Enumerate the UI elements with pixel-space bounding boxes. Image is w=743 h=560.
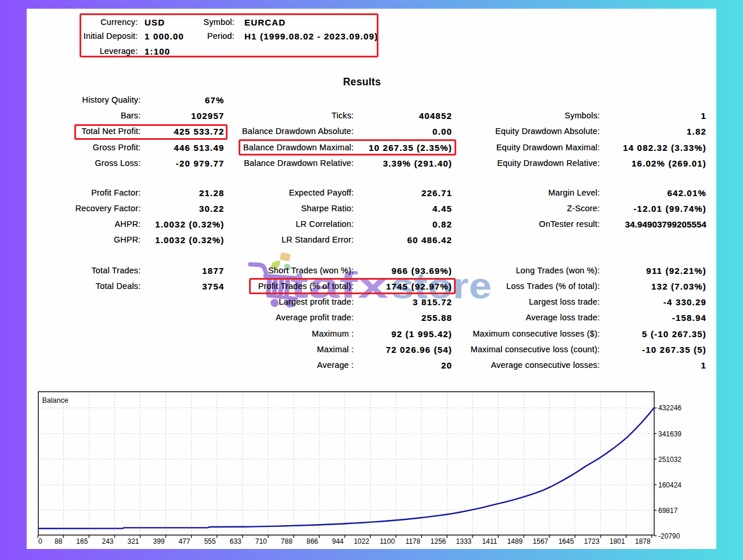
svg-text:69817: 69817	[658, 507, 678, 515]
svg-text:165: 165	[76, 537, 88, 545]
svg-text:1801: 1801	[609, 537, 625, 545]
svg-text:1022: 1022	[354, 537, 369, 545]
svg-text:1645: 1645	[558, 537, 574, 545]
svg-text:160424: 160424	[658, 481, 681, 489]
svg-text:399: 399	[153, 537, 165, 545]
svg-text:1411: 1411	[482, 537, 497, 545]
svg-text:633: 633	[230, 537, 241, 545]
svg-text:710: 710	[255, 537, 267, 545]
svg-text:88: 88	[55, 537, 63, 545]
svg-text:1567: 1567	[533, 537, 549, 545]
svg-text:1333: 1333	[456, 537, 472, 545]
svg-text:1256: 1256	[431, 537, 446, 545]
svg-text:555: 555	[204, 537, 216, 545]
svg-text:477: 477	[179, 537, 190, 545]
svg-text:1723: 1723	[584, 537, 600, 545]
svg-text:788: 788	[281, 537, 293, 545]
svg-text:1178: 1178	[405, 537, 420, 545]
svg-text:1100: 1100	[380, 537, 395, 545]
svg-text:0: 0	[38, 537, 42, 545]
svg-text:251032: 251032	[658, 456, 681, 464]
svg-text:-20790: -20790	[658, 532, 680, 540]
svg-text:1878: 1878	[635, 537, 651, 545]
svg-text:341639: 341639	[658, 430, 681, 438]
svg-text:432246: 432246	[658, 404, 681, 412]
svg-text:944: 944	[332, 537, 344, 545]
svg-text:Balance: Balance	[42, 396, 68, 404]
svg-text:321: 321	[127, 537, 139, 545]
svg-text:243: 243	[102, 537, 113, 545]
svg-text:1489: 1489	[507, 537, 523, 545]
svg-text:866: 866	[306, 537, 318, 545]
